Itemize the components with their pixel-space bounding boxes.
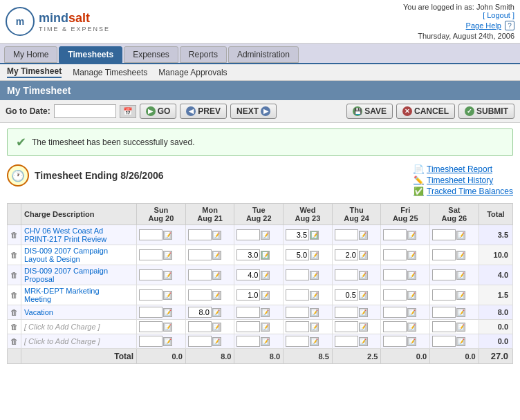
- nav-tab-reports[interactable]: Reports: [180, 46, 227, 63]
- note-button[interactable]: 📝: [212, 291, 221, 300]
- note-button[interactable]: 📝: [310, 251, 319, 260]
- note-button[interactable]: 📝: [212, 231, 221, 240]
- note-button[interactable]: 📝: [407, 337, 416, 346]
- time-input[interactable]: [335, 229, 358, 240]
- goto-date-input[interactable]: [54, 104, 116, 118]
- time-input[interactable]: [188, 249, 212, 260]
- time-input[interactable]: [236, 307, 260, 318]
- time-input[interactable]: [236, 249, 260, 260]
- time-input[interactable]: [236, 289, 260, 300]
- delete-row-button[interactable]: 🗑: [10, 337, 18, 345]
- note-button[interactable]: 📝: [212, 308, 221, 317]
- note-button[interactable]: 📝: [310, 271, 319, 280]
- delete-row-button[interactable]: 🗑: [10, 231, 18, 239]
- charge-desc-link[interactable]: Vacation: [24, 308, 53, 316]
- time-input[interactable]: [432, 229, 456, 240]
- time-input[interactable]: [432, 307, 456, 318]
- note-button[interactable]: 📝: [310, 323, 319, 332]
- note-button[interactable]: 📝: [456, 337, 465, 346]
- note-button[interactable]: 📝: [407, 291, 416, 300]
- time-input[interactable]: [383, 269, 407, 280]
- note-button[interactable]: 📝: [359, 323, 368, 332]
- sub-nav-my-timesheet[interactable]: My Timesheet: [7, 66, 62, 78]
- note-button[interactable]: 📝: [456, 271, 465, 280]
- note-button[interactable]: 📝: [359, 271, 368, 280]
- note-button[interactable]: 📝: [163, 231, 172, 240]
- time-input[interactable]: [432, 269, 456, 280]
- note-button[interactable]: 📝: [456, 291, 465, 300]
- sub-nav-manage-approvals[interactable]: Manage Approvals: [158, 68, 227, 77]
- time-input[interactable]: [335, 249, 358, 260]
- delete-row-button[interactable]: 🗑: [10, 271, 18, 279]
- time-input[interactable]: [432, 249, 456, 260]
- note-button[interactable]: 📝: [163, 323, 172, 332]
- note-button[interactable]: 📝: [359, 231, 368, 240]
- note-button[interactable]: 📝: [407, 251, 416, 260]
- tracked-time-balances-link[interactable]: ✅ Tracked Time Balances: [414, 187, 513, 196]
- next-button[interactable]: NEXT ▶: [230, 104, 277, 119]
- note-button[interactable]: 📝: [359, 308, 368, 317]
- note-button[interactable]: 📝: [359, 337, 368, 346]
- charge-desc-link[interactable]: CHV 06 West Coast AdPRINT-217 Print Revi…: [24, 227, 106, 243]
- delete-row-button[interactable]: 🗑: [10, 251, 18, 259]
- timesheet-history-link[interactable]: ✏️ Timesheet History: [414, 175, 513, 185]
- note-button[interactable]: 📝: [163, 251, 172, 260]
- calendar-button[interactable]: 📅: [120, 105, 136, 118]
- time-input[interactable]: [335, 269, 358, 280]
- note-button[interactable]: 📝: [456, 251, 465, 260]
- go-button[interactable]: ▶ GO: [140, 104, 177, 119]
- cancel-button[interactable]: ✕ CANCEL: [396, 104, 455, 119]
- note-button[interactable]: 📝: [261, 291, 270, 300]
- time-input[interactable]: [188, 321, 212, 332]
- charge-desc-link[interactable]: DIS-009 2007 CampaignLayout & Design: [24, 247, 108, 263]
- charge-desc-link[interactable]: MRK-DEPT MarketingMeeting: [24, 287, 100, 303]
- time-input[interactable]: [432, 336, 456, 347]
- nav-tab-timesheets[interactable]: Timesheets: [59, 46, 122, 63]
- charge-desc-link[interactable]: DIS-009 2007 CampaignProposal: [24, 267, 108, 283]
- time-input[interactable]: [188, 229, 212, 240]
- time-input[interactable]: [188, 336, 212, 347]
- time-input[interactable]: [236, 269, 260, 280]
- submit-button[interactable]: ✓ SUBMIT: [458, 104, 514, 119]
- time-input[interactable]: [335, 307, 358, 318]
- note-button[interactable]: 📝: [310, 291, 319, 300]
- time-input[interactable]: [432, 289, 456, 300]
- note-button[interactable]: 📝: [456, 308, 465, 317]
- note-button[interactable]: 📝: [261, 251, 270, 260]
- time-input[interactable]: [188, 289, 212, 300]
- time-input[interactable]: [286, 249, 309, 260]
- time-input[interactable]: [286, 321, 309, 332]
- note-button[interactable]: 📝: [310, 231, 319, 240]
- time-input[interactable]: [383, 336, 407, 347]
- note-button[interactable]: 📝: [163, 271, 172, 280]
- save-button[interactable]: 💾 SAVE: [346, 104, 393, 119]
- time-input[interactable]: [286, 289, 309, 300]
- note-button[interactable]: 📝: [407, 323, 416, 332]
- delete-row-button[interactable]: 🗑: [10, 291, 18, 299]
- prev-button[interactable]: ◀ PREV: [180, 104, 227, 119]
- note-button[interactable]: 📝: [163, 291, 172, 300]
- note-button[interactable]: 📝: [163, 308, 172, 317]
- time-input[interactable]: [335, 321, 358, 332]
- time-input[interactable]: [236, 336, 260, 347]
- delete-row-button[interactable]: 🗑: [10, 323, 18, 331]
- timesheet-report-link[interactable]: 📄 Timesheet Report: [414, 164, 513, 174]
- time-input[interactable]: [286, 269, 309, 280]
- note-button[interactable]: 📝: [261, 308, 270, 317]
- time-input[interactable]: [432, 321, 456, 332]
- time-input[interactable]: [139, 321, 162, 332]
- nav-tab-administration[interactable]: Administration: [228, 46, 299, 63]
- time-input[interactable]: [139, 249, 162, 260]
- add-charge-button[interactable]: [ Click to Add Charge ]: [24, 337, 100, 345]
- time-input[interactable]: [236, 229, 260, 240]
- note-button[interactable]: 📝: [212, 271, 221, 280]
- note-button[interactable]: 📝: [456, 323, 465, 332]
- time-input[interactable]: [383, 289, 407, 300]
- note-button[interactable]: 📝: [261, 231, 270, 240]
- nav-tab-my-home[interactable]: My Home: [4, 46, 57, 63]
- time-input[interactable]: [139, 289, 162, 300]
- time-input[interactable]: [335, 336, 358, 347]
- time-input[interactable]: [139, 307, 162, 318]
- note-button[interactable]: 📝: [456, 231, 465, 240]
- time-input[interactable]: [139, 336, 162, 347]
